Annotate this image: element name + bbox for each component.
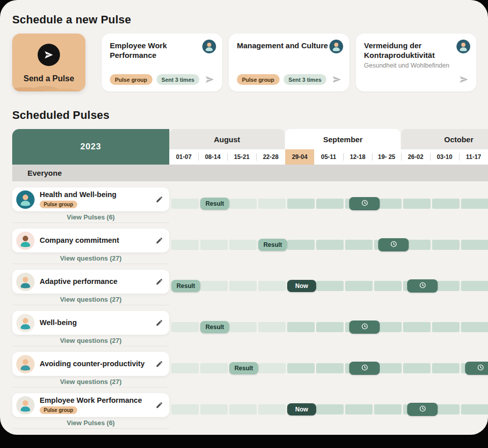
clock-icon <box>419 405 426 414</box>
track-cell <box>374 404 402 414</box>
send-pulse-label: Send a Pulse <box>12 74 85 83</box>
track-cell <box>316 322 344 332</box>
pulse-card[interactable]: Employee Work Performance Pulse group <box>12 393 169 417</box>
pulse-row: Company commitment View questions (27) R… <box>12 222 488 264</box>
pulse-meta: Health and Well-being Pulse group <box>40 190 151 208</box>
week-header-cell: 08-14 <box>198 149 227 165</box>
track-cell <box>258 281 286 291</box>
pulse-template-title: Management and Culture <box>237 41 329 50</box>
paper-plane-icon <box>38 44 60 66</box>
view-link[interactable]: View questions (27) <box>12 254 169 262</box>
month-header-row: AugustSeptemberOctober <box>169 129 488 149</box>
send-pulse-card[interactable]: Send a Pulse <box>12 34 85 91</box>
pulse-template-card[interactable]: Vermeidung der Kontraproduktivität Gesun… <box>356 34 476 91</box>
year-header: 2023 <box>12 129 169 165</box>
pulse-row-left: Avoiding counter-productivity View quest… <box>12 346 169 388</box>
edit-pencil-icon[interactable] <box>156 360 163 368</box>
view-link[interactable]: View questions (27) <box>12 296 169 303</box>
track-cell <box>461 281 488 291</box>
week-header-cell: 29-04 <box>285 149 314 165</box>
pulse-name: Adaptive performance <box>40 277 151 286</box>
month-header-october: October <box>401 129 488 149</box>
scheduled-clock-chip[interactable] <box>349 197 380 210</box>
pulse-template-subtitle: Gesundheit und Wohlbefinden <box>364 62 461 69</box>
clock-icon <box>477 364 484 373</box>
track-cell <box>287 363 315 373</box>
week-header-cell: 12-18 <box>343 149 372 165</box>
track-cell <box>229 322 257 332</box>
week-header-row: 01-0708-1415-2122-2829-0405-1112-1819- 2… <box>169 149 488 165</box>
scheduled-clock-chip[interactable] <box>407 403 438 416</box>
edit-pencil-icon[interactable] <box>156 401 163 409</box>
track-cell <box>171 240 199 250</box>
track-cell <box>171 322 199 332</box>
track-cell <box>258 404 286 414</box>
track-cell <box>345 281 373 291</box>
result-chip[interactable]: Result <box>200 321 229 333</box>
scheduled-clock-chip[interactable] <box>465 362 488 375</box>
clock-icon <box>361 199 369 209</box>
track-cell <box>316 199 344 209</box>
track-cell <box>461 240 488 250</box>
pulse-card[interactable]: Adaptive performance <box>12 270 169 294</box>
pulse-card[interactable]: Company commitment <box>12 229 169 252</box>
track-cells <box>171 281 488 291</box>
track-cell <box>258 363 286 373</box>
track-cell <box>229 404 257 414</box>
view-link[interactable]: View questions (27) <box>12 337 169 344</box>
result-chip[interactable]: Result <box>171 280 200 292</box>
track-cell <box>200 363 228 373</box>
track-cell <box>345 240 373 250</box>
send-pulse-icon[interactable] <box>331 74 342 85</box>
scheduled-clock-chip[interactable] <box>349 362 380 375</box>
view-link[interactable]: View Pulses (6) <box>12 419 169 427</box>
track-cell <box>171 199 199 209</box>
result-chip[interactable]: Result <box>258 239 287 251</box>
pulse-track: Result <box>169 305 488 346</box>
result-chip[interactable]: Result <box>229 362 258 374</box>
edit-pencil-icon[interactable] <box>156 237 163 244</box>
track-cell <box>432 240 460 250</box>
pulse-group-badge: Pulse group <box>110 74 152 85</box>
now-chip[interactable]: Now <box>287 280 316 292</box>
edit-pencil-icon[interactable] <box>156 196 163 203</box>
clock-icon <box>390 240 398 250</box>
track-cell <box>374 281 402 291</box>
edit-pencil-icon[interactable] <box>156 278 163 285</box>
view-link[interactable]: View questions (27) <box>12 378 169 386</box>
track-cell <box>432 322 460 332</box>
send-pulse-icon[interactable] <box>459 74 469 85</box>
scheduled-pulses-title: Scheduled Pulses <box>12 109 488 122</box>
result-chip[interactable]: Result <box>200 198 229 210</box>
scheduled-clock-chip[interactable] <box>407 279 438 293</box>
pulse-row-left: Company commitment View questions (27) <box>12 222 169 264</box>
track-cell <box>461 404 488 414</box>
track-cell <box>461 199 488 209</box>
pulse-card[interactable]: Avoiding counter-productivity <box>12 352 169 376</box>
pulse-template-card[interactable]: Employee Work Performance Pulse groupSen… <box>102 34 222 91</box>
track-cell <box>287 240 315 250</box>
pulse-group-badge: Pulse group <box>40 406 77 414</box>
view-link[interactable]: View Pulses (6) <box>12 213 169 221</box>
track-cell <box>229 240 257 250</box>
pulse-template-title: Vermeidung der Kontraproduktivität <box>364 41 456 60</box>
avatar <box>16 190 35 209</box>
send-pulse-icon[interactable] <box>204 74 215 85</box>
pulse-card[interactable]: Health and Well-being Pulse group <box>12 187 169 211</box>
edit-pencil-icon[interactable] <box>156 319 163 327</box>
pulse-template-title: Employee Work Performance <box>110 41 202 60</box>
track-cell <box>403 322 431 332</box>
pulse-row: Employee Work Performance Pulse group Vi… <box>12 387 488 428</box>
scheduled-clock-chip[interactable] <box>349 321 380 334</box>
track-cell <box>403 199 431 209</box>
scheduled-clock-chip[interactable] <box>378 238 409 251</box>
pulse-template-card[interactable]: Management and Culture Pulse groupSent 3… <box>229 34 349 91</box>
pulse-card[interactable]: Well-being <box>12 311 169 335</box>
pulse-template-meta: Pulse groupSent 3 times <box>110 74 215 85</box>
group-row-everyone[interactable]: Everyone <box>12 165 488 181</box>
now-chip[interactable]: Now <box>287 403 316 415</box>
track-cell <box>229 199 257 209</box>
track-cell <box>200 281 228 291</box>
pulse-meta: Avoiding counter-productivity <box>40 360 151 368</box>
pulse-templates-row: Send a Pulse Employee Work Performance P… <box>12 34 488 91</box>
